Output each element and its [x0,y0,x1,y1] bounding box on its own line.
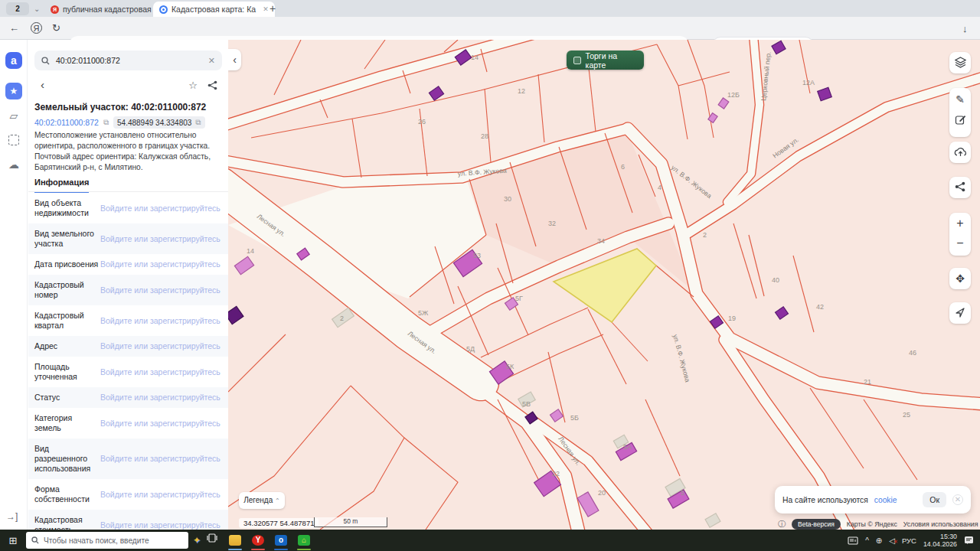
new-tab-button[interactable]: + [270,2,276,15]
login-register-link[interactable]: Войдите или зарегистрируйтесь [100,259,220,269]
login-register-link[interactable]: Войдите или зарегистрируйтесь [100,285,220,295]
volume-muted-icon[interactable]: ◁✕ [889,536,895,545]
tab-close-icon[interactable]: ✕ [263,5,269,13]
news-widget-icon[interactable] [848,536,858,545]
login-register-link[interactable]: Войдите или зарегистрируйтесь [100,204,220,214]
tab-cadastral-map-active[interactable]: Кадастровая карта: Ка ✕ [153,2,275,17]
copy-icon: ⧉ [195,118,201,127]
login-register-link[interactable]: Войдите или зарегистрируйтесь [100,234,220,244]
parcel-number: 42 [816,303,824,311]
back-icon[interactable]: ← [9,21,19,36]
cookie-ok-button[interactable]: Ок [923,492,946,507]
navigation-arrow-icon [955,307,965,318]
yandex-favicon: Я [51,5,59,14]
login-register-link[interactable]: Войдите или зарегистрируйтесь [100,520,220,530]
reload-icon[interactable]: ↻ [52,21,60,36]
info-rows: Вид объекта недвижимостиВойдите или заре… [28,193,228,530]
map-canvas[interactable]: 14122628303234642535Г5Ж5Д5К5В5Б5А2220512… [228,40,980,530]
favorites-icon[interactable]: ★ [5,83,22,99]
info-row-label: Площадь уточненная [34,362,100,382]
parcel-number: 14 [247,247,254,255]
map-attribution: ⓘ Beta-версия Карты © Яндекс Условия исп… [778,519,978,530]
back-chevron-icon[interactable]: ‹ [41,78,44,91]
login-register-link[interactable]: Войдите или зарегистрируйтесь [100,341,220,351]
info-row-label: Кадастровая стоимость [34,515,100,530]
downloads-icon[interactable]: ↓ [962,21,968,37]
parcel-number: 5А [623,443,632,451]
polygon-tool-icon[interactable]: ▱ [5,107,22,124]
tab-counter[interactable]: 2 [6,2,29,15]
parcel-number: 5В [522,400,531,408]
taskbar-search[interactable]: Чтобы начать поиск, введите [26,532,188,549]
task-view-icon [207,533,217,543]
outlook-button[interactable]: o [270,530,292,551]
language-indicator[interactable]: РУС [902,536,916,545]
torgi-checkbox[interactable] [573,57,581,64]
info-row: Кадастровый кварталВойдите или зарегистр… [28,305,228,336]
zoom-out-button[interactable]: − [949,234,971,253]
hidden-icons-chevron[interactable]: ^ [865,536,869,545]
yandex-services-icon[interactable]: Я [31,22,42,34]
cloud-upload-icon [954,146,967,158]
parcel-number: 12Б [727,91,740,99]
torgi-on-map-button[interactable]: Торги на карте [567,51,644,70]
share-icon[interactable] [207,80,217,90]
info-icon[interactable]: ⓘ [778,519,786,530]
yandex-browser-button[interactable]: Y [247,530,270,551]
locate-me-button[interactable] [949,302,971,324]
task-view-button[interactable] [201,530,224,551]
ruler-icon[interactable]: ✎ [949,88,971,111]
upload-button[interactable] [949,142,971,163]
parcel-info-panel: 40:02:011000:872 ✕ ‹ ☆ Земельный участок… [28,40,228,530]
coordinates-chip[interactable]: 54.488949 34.334803⧉ [113,116,204,129]
tab-information[interactable]: Информация [34,178,89,193]
copilot-sparkle-icon[interactable]: ✦ [193,535,201,546]
copy-icon[interactable]: ⧉ [103,118,109,127]
tab-list-chevron-icon[interactable]: ⌄ [34,2,40,15]
login-register-link[interactable]: Войдите или зарегистрируйтесь [100,393,220,403]
browser-toolbar: ← Я ↻ map.ru Кадастровая карта: Калужска… [0,17,980,40]
parcel-number: 5К [506,363,514,370]
cookie-link[interactable]: cookie [874,496,897,504]
clock[interactable]: 15:30 14.04.2026 [923,533,957,548]
info-row: Кадастровая стоимостьВойдите или зарегис… [28,510,228,530]
login-exit-icon[interactable]: →] [6,511,18,522]
info-row-label: Дата присвоения [34,259,100,269]
layers-button[interactable] [949,52,971,73]
tray-date: 14.04.2026 [923,540,957,548]
zoom-group[interactable]: + − [949,213,971,256]
parcel-number: 12 [518,87,525,95]
cadastral-map[interactable]: 14122628303234642535Г5Ж5Д5К5В5Б5А2220512… [228,40,980,530]
app-logo[interactable]: a [5,52,22,69]
select-area-icon[interactable] [5,132,22,148]
tab-title: публичная кадастровая к [63,5,157,14]
info-row: Вид разрешенного использованияВойдите ил… [28,439,228,479]
home-app-button[interactable]: ⌂ [292,530,315,551]
login-register-link[interactable]: Войдите или зарегистрируйтесь [100,454,220,464]
terms-link[interactable]: Условия использования [903,520,978,528]
login-register-link[interactable]: Войдите или зарегистрируйтесь [100,316,220,326]
cloud-icon[interactable]: ☁ [5,156,22,173]
zoom-in-button[interactable]: + [949,213,971,234]
login-register-link[interactable]: Войдите или зарегистрируйтесь [100,367,220,377]
login-register-link[interactable]: Войдите или зарегистрируйтесь [100,490,220,500]
measure-draw-group[interactable]: ✎ [949,88,971,137]
parcel-number: 26 [418,118,426,126]
cadastral-number-link[interactable]: 40:02:011000:872 [34,118,99,127]
edit-icon[interactable] [955,114,966,126]
notification-center-icon[interactable] [964,536,974,545]
search-input[interactable]: 40:02:011000:872 ✕ [34,51,222,70]
cookie-close-icon[interactable]: ✕ [952,494,963,505]
favorite-star-icon[interactable]: ☆ [188,80,198,91]
start-button[interactable]: ⊞ [0,535,26,546]
parcel-number: 28 [481,132,488,140]
info-row: Кадастровый номерВойдите или зарегистрир… [28,275,228,305]
login-register-link[interactable]: Войдите или зарегистрируйтесь [100,419,220,429]
legend-button[interactable]: Легенда ⌃ [239,492,285,509]
share-map-button[interactable] [949,177,971,198]
collapse-sidebar-button[interactable]: ‹ [228,49,241,70]
pan-mode-button[interactable]: ✥ [949,268,971,289]
network-icon[interactable]: ⊕ [876,536,882,545]
clear-search-icon[interactable]: ✕ [208,56,215,66]
file-explorer-button[interactable] [224,530,247,551]
